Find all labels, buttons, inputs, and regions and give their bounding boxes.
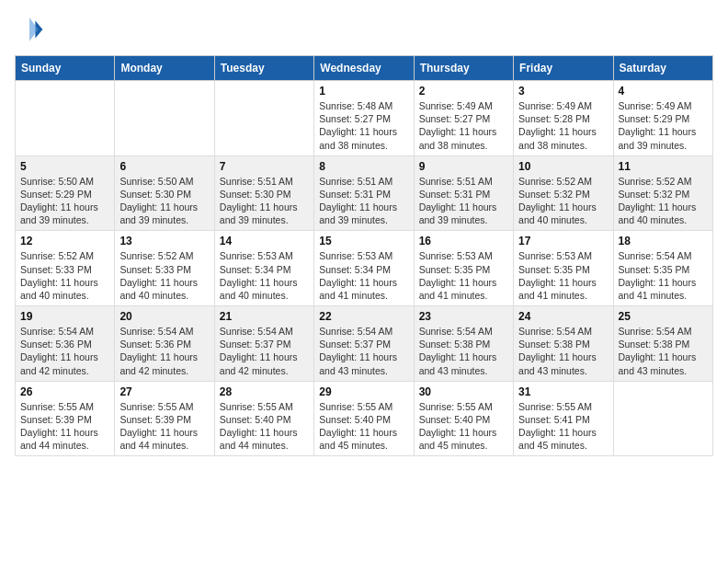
calendar-cell: 7Sunrise: 5:51 AM Sunset: 5:30 PM Daylig… bbox=[214, 155, 313, 231]
calendar-cell: 26Sunrise: 5:55 AM Sunset: 5:39 PM Dayli… bbox=[16, 381, 115, 456]
day-info: Sunrise: 5:55 AM Sunset: 5:39 PM Dayligh… bbox=[119, 400, 209, 453]
day-info: Sunrise: 5:54 AM Sunset: 5:38 PM Dayligh… bbox=[518, 325, 608, 377]
day-info: Sunrise: 5:51 AM Sunset: 5:31 PM Dayligh… bbox=[319, 175, 408, 227]
calendar-cell: 10Sunrise: 5:52 AM Sunset: 5:32 PM Dayli… bbox=[514, 155, 613, 231]
day-info: Sunrise: 5:52 AM Sunset: 5:33 PM Dayligh… bbox=[119, 249, 209, 302]
calendar-cell: 3Sunrise: 5:49 AM Sunset: 5:28 PM Daylig… bbox=[514, 81, 613, 156]
logo bbox=[15, 15, 48, 44]
day-number: 11 bbox=[619, 160, 708, 173]
calendar-cell bbox=[613, 381, 712, 456]
day-number: 28 bbox=[220, 385, 309, 398]
day-info: Sunrise: 5:53 AM Sunset: 5:34 PM Dayligh… bbox=[319, 249, 408, 302]
day-number: 15 bbox=[319, 235, 408, 247]
day-number: 23 bbox=[419, 310, 508, 323]
day-info: Sunrise: 5:53 AM Sunset: 5:35 PM Dayligh… bbox=[518, 249, 608, 302]
day-number: 14 bbox=[220, 235, 309, 247]
day-number: 3 bbox=[518, 85, 608, 98]
day-number: 26 bbox=[20, 385, 109, 398]
day-of-week-header: Sunday bbox=[16, 56, 115, 81]
day-number: 25 bbox=[619, 310, 708, 323]
day-info: Sunrise: 5:55 AM Sunset: 5:41 PM Dayligh… bbox=[518, 400, 608, 453]
day-info: Sunrise: 5:55 AM Sunset: 5:39 PM Dayligh… bbox=[20, 400, 109, 453]
calendar-week-row: 26Sunrise: 5:55 AM Sunset: 5:39 PM Dayli… bbox=[16, 381, 713, 456]
calendar-cell: 12Sunrise: 5:52 AM Sunset: 5:33 PM Dayli… bbox=[16, 231, 115, 306]
calendar-cell: 15Sunrise: 5:53 AM Sunset: 5:34 PM Dayli… bbox=[314, 231, 414, 306]
calendar-cell: 30Sunrise: 5:55 AM Sunset: 5:40 PM Dayli… bbox=[414, 381, 513, 456]
calendar-week-row: 5Sunrise: 5:50 AM Sunset: 5:29 PM Daylig… bbox=[16, 155, 713, 231]
day-number: 5 bbox=[20, 160, 109, 173]
day-info: Sunrise: 5:49 AM Sunset: 5:29 PM Dayligh… bbox=[619, 99, 708, 152]
day-number: 22 bbox=[319, 310, 408, 323]
calendar-cell: 17Sunrise: 5:53 AM Sunset: 5:35 PM Dayli… bbox=[514, 231, 613, 306]
day-info: Sunrise: 5:54 AM Sunset: 5:36 PM Dayligh… bbox=[119, 325, 209, 377]
day-of-week-header: Saturday bbox=[613, 56, 712, 81]
calendar-cell bbox=[115, 81, 214, 156]
day-info: Sunrise: 5:50 AM Sunset: 5:30 PM Dayligh… bbox=[119, 175, 209, 227]
day-number: 1 bbox=[319, 85, 408, 98]
day-number: 16 bbox=[419, 235, 508, 247]
day-info: Sunrise: 5:54 AM Sunset: 5:36 PM Dayligh… bbox=[20, 325, 109, 377]
logo-icon bbox=[15, 15, 44, 44]
calendar-cell: 5Sunrise: 5:50 AM Sunset: 5:29 PM Daylig… bbox=[16, 155, 115, 231]
calendar-cell: 24Sunrise: 5:54 AM Sunset: 5:38 PM Dayli… bbox=[514, 306, 613, 382]
calendar-cell: 13Sunrise: 5:52 AM Sunset: 5:33 PM Dayli… bbox=[115, 231, 214, 306]
calendar-cell bbox=[214, 81, 313, 156]
calendar-cell: 16Sunrise: 5:53 AM Sunset: 5:35 PM Dayli… bbox=[414, 231, 513, 306]
day-info: Sunrise: 5:55 AM Sunset: 5:40 PM Dayligh… bbox=[419, 400, 508, 453]
day-info: Sunrise: 5:54 AM Sunset: 5:35 PM Dayligh… bbox=[619, 249, 708, 302]
day-of-week-header: Friday bbox=[514, 56, 613, 81]
day-of-week-header: Thursday bbox=[414, 56, 513, 81]
calendar-cell: 18Sunrise: 5:54 AM Sunset: 5:35 PM Dayli… bbox=[613, 231, 712, 306]
day-info: Sunrise: 5:55 AM Sunset: 5:40 PM Dayligh… bbox=[319, 400, 408, 453]
calendar-cell: 1Sunrise: 5:48 AM Sunset: 5:27 PM Daylig… bbox=[314, 81, 414, 156]
calendar-week-row: 19Sunrise: 5:54 AM Sunset: 5:36 PM Dayli… bbox=[16, 306, 713, 382]
calendar-cell: 22Sunrise: 5:54 AM Sunset: 5:37 PM Dayli… bbox=[314, 306, 414, 382]
calendar-cell: 6Sunrise: 5:50 AM Sunset: 5:30 PM Daylig… bbox=[115, 155, 214, 231]
day-info: Sunrise: 5:52 AM Sunset: 5:32 PM Dayligh… bbox=[619, 175, 708, 227]
day-number: 20 bbox=[119, 310, 209, 323]
day-info: Sunrise: 5:51 AM Sunset: 5:31 PM Dayligh… bbox=[419, 175, 508, 227]
page-header bbox=[15, 15, 713, 44]
day-number: 19 bbox=[20, 310, 109, 323]
day-info: Sunrise: 5:51 AM Sunset: 5:30 PM Dayligh… bbox=[220, 175, 309, 227]
day-number: 27 bbox=[119, 385, 209, 398]
day-number: 17 bbox=[518, 235, 608, 247]
day-number: 18 bbox=[619, 235, 708, 247]
calendar-cell: 28Sunrise: 5:55 AM Sunset: 5:40 PM Dayli… bbox=[214, 381, 313, 456]
calendar-cell: 8Sunrise: 5:51 AM Sunset: 5:31 PM Daylig… bbox=[314, 155, 414, 231]
calendar-cell: 27Sunrise: 5:55 AM Sunset: 5:39 PM Dayli… bbox=[115, 381, 214, 456]
day-number: 29 bbox=[319, 385, 408, 398]
calendar-cell: 31Sunrise: 5:55 AM Sunset: 5:41 PM Dayli… bbox=[514, 381, 613, 456]
calendar-week-row: 12Sunrise: 5:52 AM Sunset: 5:33 PM Dayli… bbox=[16, 231, 713, 306]
calendar-cell: 19Sunrise: 5:54 AM Sunset: 5:36 PM Dayli… bbox=[16, 306, 115, 382]
day-number: 31 bbox=[518, 385, 608, 398]
calendar-cell: 23Sunrise: 5:54 AM Sunset: 5:38 PM Dayli… bbox=[414, 306, 513, 382]
calendar-cell: 2Sunrise: 5:49 AM Sunset: 5:27 PM Daylig… bbox=[414, 81, 513, 156]
day-number: 7 bbox=[220, 160, 309, 173]
calendar-cell bbox=[16, 81, 115, 156]
calendar-table: SundayMondayTuesdayWednesdayThursdayFrid… bbox=[15, 55, 713, 456]
day-info: Sunrise: 5:54 AM Sunset: 5:38 PM Dayligh… bbox=[419, 325, 508, 377]
day-of-week-header: Wednesday bbox=[314, 56, 414, 81]
day-of-week-header: Tuesday bbox=[214, 56, 313, 81]
calendar-cell: 14Sunrise: 5:53 AM Sunset: 5:34 PM Dayli… bbox=[214, 231, 313, 306]
day-number: 13 bbox=[119, 235, 209, 247]
day-info: Sunrise: 5:53 AM Sunset: 5:34 PM Dayligh… bbox=[220, 249, 309, 302]
calendar-header-row: SundayMondayTuesdayWednesdayThursdayFrid… bbox=[16, 56, 713, 81]
day-number: 30 bbox=[419, 385, 508, 398]
calendar-cell: 4Sunrise: 5:49 AM Sunset: 5:29 PM Daylig… bbox=[613, 81, 712, 156]
day-info: Sunrise: 5:54 AM Sunset: 5:38 PM Dayligh… bbox=[619, 325, 708, 377]
day-info: Sunrise: 5:52 AM Sunset: 5:32 PM Dayligh… bbox=[518, 175, 608, 227]
day-number: 4 bbox=[619, 85, 708, 98]
day-info: Sunrise: 5:50 AM Sunset: 5:29 PM Dayligh… bbox=[20, 175, 109, 227]
day-info: Sunrise: 5:49 AM Sunset: 5:27 PM Dayligh… bbox=[419, 99, 508, 152]
calendar-cell: 20Sunrise: 5:54 AM Sunset: 5:36 PM Dayli… bbox=[115, 306, 214, 382]
day-number: 12 bbox=[20, 235, 109, 247]
day-number: 6 bbox=[119, 160, 209, 173]
day-info: Sunrise: 5:53 AM Sunset: 5:35 PM Dayligh… bbox=[419, 249, 508, 302]
day-number: 2 bbox=[419, 85, 508, 98]
calendar-week-row: 1Sunrise: 5:48 AM Sunset: 5:27 PM Daylig… bbox=[16, 81, 713, 156]
svg-marker-1 bbox=[29, 17, 39, 41]
day-info: Sunrise: 5:54 AM Sunset: 5:37 PM Dayligh… bbox=[319, 325, 408, 377]
day-info: Sunrise: 5:49 AM Sunset: 5:28 PM Dayligh… bbox=[518, 99, 608, 152]
